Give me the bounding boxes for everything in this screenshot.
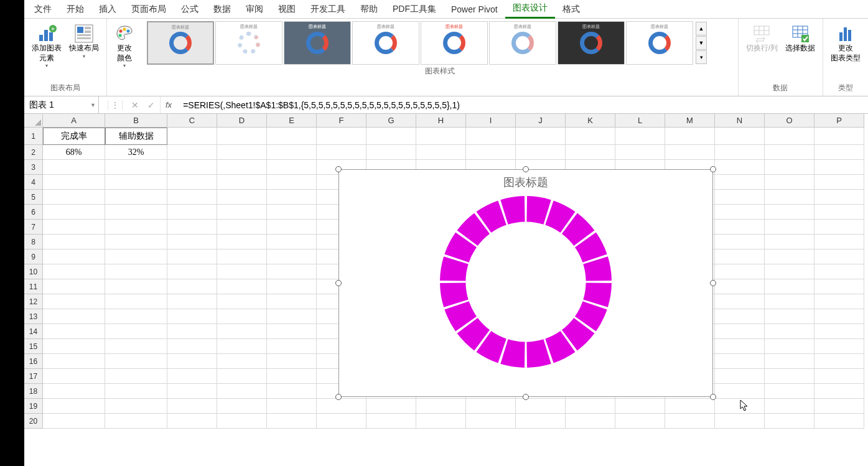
cell-P19[interactable]	[814, 399, 864, 414]
cell-N8[interactable]	[715, 235, 765, 249]
cell-N12[interactable]	[715, 294, 765, 309]
cell-P4[interactable]	[814, 175, 864, 190]
cell-P16[interactable]	[814, 354, 864, 369]
cell-N10[interactable]	[715, 264, 765, 279]
column-header-F[interactable]: F	[317, 114, 366, 128]
cell-D7[interactable]	[217, 220, 267, 235]
cell-N5[interactable]	[715, 190, 765, 205]
cell-H1[interactable]	[416, 128, 466, 145]
tab-view[interactable]: 视图	[271, 1, 303, 18]
cell-O10[interactable]	[765, 264, 814, 279]
cell-C16[interactable]	[167, 354, 217, 369]
quick-layout-button[interactable]: 快速布局 ▾	[67, 21, 101, 62]
cell-O15[interactable]	[765, 339, 814, 354]
cell-J20[interactable]	[516, 414, 566, 429]
cell-B2[interactable]: 32%	[105, 145, 167, 160]
cell-C7[interactable]	[167, 220, 217, 235]
cell-E18[interactable]	[267, 384, 317, 399]
chart-style-4[interactable]: 图表标题	[352, 21, 419, 65]
cell-M19[interactable]	[665, 399, 715, 414]
cell-B12[interactable]	[105, 294, 167, 309]
resize-handle-se[interactable]	[710, 394, 716, 400]
column-header-C[interactable]: C	[167, 114, 217, 128]
cell-K2[interactable]	[566, 145, 615, 160]
cell-B13[interactable]	[105, 309, 167, 324]
cell-P20[interactable]	[814, 414, 864, 429]
cell-P14[interactable]	[814, 324, 864, 339]
cell-O16[interactable]	[765, 354, 814, 369]
cell-C20[interactable]	[167, 414, 217, 429]
cell-A18[interactable]	[43, 384, 105, 399]
cell-F19[interactable]	[317, 399, 366, 414]
column-header-M[interactable]: M	[665, 114, 715, 128]
row-header-19[interactable]: 19	[24, 399, 43, 414]
cell-P13[interactable]	[814, 309, 864, 324]
row-header-14[interactable]: 14	[24, 324, 43, 339]
cell-D8[interactable]	[217, 235, 267, 249]
cell-E2[interactable]	[267, 145, 317, 160]
row-header-13[interactable]: 13	[24, 309, 43, 324]
cell-G19[interactable]	[366, 399, 416, 414]
chart-style-5[interactable]: 图表标题	[421, 21, 488, 65]
column-header-E[interactable]: E	[267, 114, 317, 128]
cell-P12[interactable]	[814, 294, 864, 309]
embedded-chart[interactable]: 图表标题	[338, 169, 713, 397]
resize-handle-e[interactable]	[710, 280, 716, 286]
cell-E4[interactable]	[267, 175, 317, 190]
cell-M20[interactable]	[665, 414, 715, 429]
cell-P17[interactable]	[814, 369, 864, 384]
cell-B8[interactable]	[105, 235, 167, 249]
cell-A12[interactable]	[43, 294, 105, 309]
gallery-scroll-up[interactable]: ▲	[696, 22, 707, 35]
cell-C8[interactable]	[167, 235, 217, 249]
cell-E17[interactable]	[267, 369, 317, 384]
formula-cancel-icon[interactable]: ✕	[131, 100, 139, 110]
tab-home[interactable]: 开始	[59, 1, 91, 18]
column-header-L[interactable]: L	[615, 114, 665, 128]
cell-C15[interactable]	[167, 339, 217, 354]
cell-J2[interactable]	[516, 145, 566, 160]
cell-E14[interactable]	[267, 324, 317, 339]
cell-D18[interactable]	[217, 384, 267, 399]
cell-O9[interactable]	[765, 249, 814, 264]
select-all-corner[interactable]	[24, 114, 43, 128]
row-header-1[interactable]: 1	[24, 128, 43, 145]
column-header-A[interactable]: A	[43, 114, 105, 128]
cell-G1[interactable]	[366, 128, 416, 145]
cell-O4[interactable]	[765, 175, 814, 190]
resize-handle-w[interactable]	[335, 280, 342, 286]
cell-O14[interactable]	[765, 324, 814, 339]
column-header-K[interactable]: K	[566, 114, 615, 128]
cell-N17[interactable]	[715, 369, 765, 384]
row-header-15[interactable]: 15	[24, 339, 43, 354]
cell-D2[interactable]	[217, 145, 267, 160]
cell-F20[interactable]	[317, 414, 366, 429]
row-header-9[interactable]: 9	[24, 249, 43, 264]
cell-D19[interactable]	[217, 399, 267, 414]
cell-K20[interactable]	[566, 414, 615, 429]
column-header-J[interactable]: J	[516, 114, 566, 128]
chart-style-2[interactable]: 图表标题	[215, 21, 282, 65]
cell-B4[interactable]	[105, 175, 167, 190]
cell-B14[interactable]	[105, 324, 167, 339]
cell-A3[interactable]	[43, 160, 105, 175]
cell-D12[interactable]	[217, 294, 267, 309]
name-box[interactable]: 图表 1 ▼	[24, 96, 99, 113]
row-header-8[interactable]: 8	[24, 235, 43, 249]
cell-N7[interactable]	[715, 220, 765, 235]
cell-K1[interactable]	[566, 128, 615, 145]
cell-D6[interactable]	[217, 205, 267, 220]
tab-file[interactable]: 文件	[27, 1, 59, 18]
cell-A13[interactable]	[43, 309, 105, 324]
row-header-4[interactable]: 4	[24, 175, 43, 190]
cell-B1[interactable]: 辅助数据	[105, 128, 167, 145]
cell-A16[interactable]	[43, 354, 105, 369]
cell-A14[interactable]	[43, 324, 105, 339]
cell-N20[interactable]	[715, 414, 765, 429]
cell-F2[interactable]	[317, 145, 366, 160]
cell-P10[interactable]	[814, 264, 864, 279]
cell-C17[interactable]	[167, 369, 217, 384]
cell-O19[interactable]	[765, 399, 814, 414]
cell-E6[interactable]	[267, 205, 317, 220]
cell-D15[interactable]	[217, 339, 267, 354]
